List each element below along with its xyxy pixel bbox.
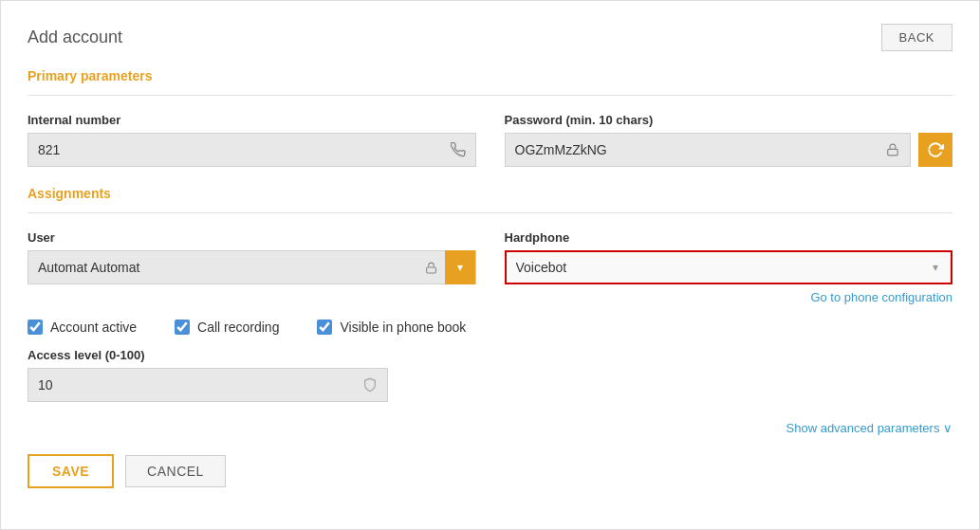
assignments-section: Assignments User Automat Automat ▾ bbox=[28, 186, 952, 304]
hardphone-dropdown-arrow: ▾ bbox=[920, 250, 951, 284]
primary-section-title: Primary parameters bbox=[28, 68, 952, 83]
shield-icon bbox=[353, 368, 387, 402]
internal-number-input[interactable] bbox=[28, 142, 441, 157]
refresh-password-button[interactable] bbox=[918, 133, 952, 167]
user-select[interactable]: Automat Automat bbox=[28, 260, 418, 275]
account-active-label: Account active bbox=[50, 320, 137, 335]
call-recording-checkbox-item[interactable]: Call recording bbox=[175, 320, 279, 335]
assignments-section-title: Assignments bbox=[28, 186, 952, 201]
access-level-label: Access level (0-100) bbox=[28, 348, 952, 362]
hardphone-field-group: Hardphone Voicebot ▾ bbox=[505, 230, 953, 284]
internal-number-group: Internal number bbox=[28, 113, 476, 167]
phone-icon bbox=[441, 133, 475, 167]
show-advanced-parameters-link[interactable]: Show advanced parameters ∨ bbox=[28, 421, 952, 435]
password-input-wrapper bbox=[505, 133, 912, 167]
add-account-card: Add account BACK Primary parameters Inte… bbox=[0, 0, 980, 530]
save-button[interactable]: SAVE bbox=[28, 454, 114, 488]
internal-number-input-wrapper bbox=[28, 133, 476, 167]
hardphone-select[interactable]: Voicebot bbox=[507, 260, 921, 275]
password-label: Password (min. 10 chars) bbox=[505, 113, 953, 127]
user-select-wrapper: Automat Automat ▾ bbox=[28, 250, 476, 284]
assign-fields-row: User Automat Automat ▾ Hardphon bbox=[28, 230, 952, 284]
user-field-group: User Automat Automat ▾ bbox=[28, 230, 476, 284]
password-group: Password (min. 10 chars) bbox=[505, 113, 953, 167]
back-button[interactable]: BACK bbox=[881, 24, 952, 51]
user-label: User bbox=[28, 230, 476, 245]
section-divider-2 bbox=[28, 212, 952, 213]
cancel-button[interactable]: CANCEL bbox=[125, 455, 226, 487]
svg-rect-0 bbox=[888, 149, 898, 155]
call-recording-checkbox[interactable] bbox=[175, 320, 190, 335]
password-input[interactable] bbox=[506, 142, 877, 157]
buttons-row: SAVE CANCEL bbox=[28, 454, 952, 488]
visible-in-phone-book-label: Visible in phone book bbox=[340, 320, 466, 335]
lock-icon bbox=[876, 133, 910, 167]
svg-rect-1 bbox=[427, 266, 436, 272]
checkboxes-row: Account active Call recording Visible in… bbox=[28, 320, 952, 335]
internal-number-label: Internal number bbox=[28, 113, 476, 127]
hardphone-select-wrapper: Voicebot ▾ bbox=[505, 250, 953, 284]
visible-in-phone-book-checkbox-item[interactable]: Visible in phone book bbox=[317, 320, 466, 335]
primary-fields-row: Internal number Password (min. 10 chars) bbox=[28, 113, 952, 167]
user-dropdown-arrow: ▾ bbox=[445, 250, 475, 284]
access-level-input-wrapper bbox=[28, 368, 388, 402]
primary-parameters-section: Primary parameters Internal number Passw… bbox=[28, 68, 952, 167]
header-row: Add account BACK bbox=[28, 24, 952, 51]
section-divider-1 bbox=[28, 95, 952, 96]
go-to-phone-config-link[interactable]: Go to phone configuration bbox=[28, 290, 952, 304]
access-level-input[interactable] bbox=[28, 377, 353, 393]
visible-in-phone-book-checkbox[interactable] bbox=[317, 320, 332, 335]
account-active-checkbox[interactable] bbox=[28, 320, 43, 335]
account-active-checkbox-item[interactable]: Account active bbox=[28, 320, 137, 335]
user-lock-icon bbox=[418, 261, 445, 275]
hardphone-label: Hardphone bbox=[505, 230, 953, 245]
page-title: Add account bbox=[28, 27, 122, 47]
call-recording-label: Call recording bbox=[197, 320, 279, 335]
access-level-group: Access level (0-100) bbox=[28, 348, 952, 402]
